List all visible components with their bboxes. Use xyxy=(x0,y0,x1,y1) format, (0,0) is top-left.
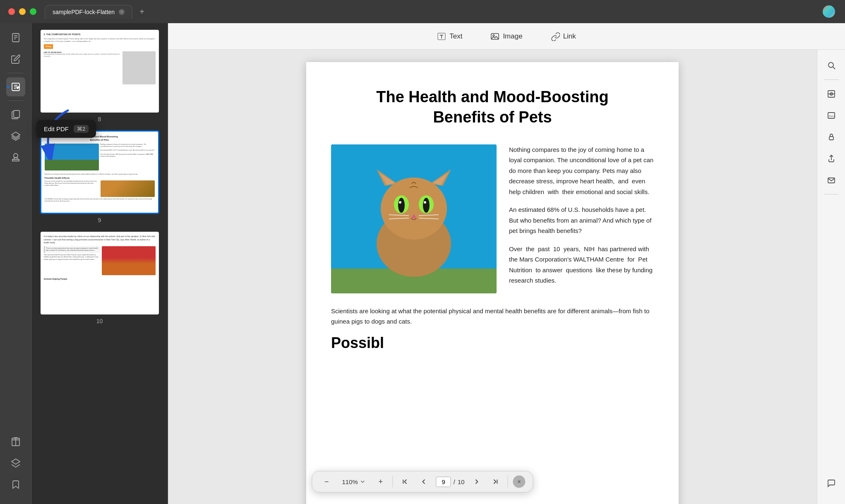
svg-point-33 xyxy=(399,201,401,204)
image-tool-icon xyxy=(490,32,499,41)
svg-rect-11 xyxy=(14,158,17,159)
active-tab[interactable]: samplePDF-lock-Flatten × xyxy=(45,5,132,19)
tab-close-button[interactable]: × xyxy=(119,9,125,15)
minimize-button[interactable] xyxy=(19,8,26,15)
tab-title: samplePDF-lock-Flatten xyxy=(53,9,115,15)
right-sidebar: PDF/A xyxy=(817,50,845,504)
first-page-button[interactable] xyxy=(398,475,412,489)
mail-button[interactable] xyxy=(822,171,840,189)
first-page-icon xyxy=(401,478,409,485)
svg-rect-0 xyxy=(12,34,19,42)
pdf-image-row: Nothing compares to the joy of coming ho… xyxy=(331,144,654,293)
app-icon xyxy=(823,5,835,18)
text-tool-button[interactable]: Text xyxy=(431,29,468,44)
thumbnail-page-10[interactable]: It is today's less accurate studies by J… xyxy=(36,232,163,324)
sidebar-item-editpdf[interactable] xyxy=(6,77,25,96)
sidebar-bottom xyxy=(6,432,25,499)
svg-text:PDF/A: PDF/A xyxy=(829,115,835,118)
thumbnail-frame-9[interactable]: The Health and Mood-BoostingBenefits of … xyxy=(41,131,159,214)
bottom-nav-bar: − 110% + / 10 xyxy=(312,471,533,492)
zoom-level-text: 110% xyxy=(342,478,358,485)
close-icon: × xyxy=(120,10,123,14)
minus-icon: − xyxy=(324,478,329,486)
share-button[interactable] xyxy=(822,149,840,168)
svg-rect-9 xyxy=(14,110,19,118)
page-indicator: / 10 xyxy=(436,477,465,487)
main-layout: 3. THE COMPOSITION OF POINTS The composi… xyxy=(0,23,845,504)
sidebar-item-stack[interactable] xyxy=(6,454,25,473)
page-number-8: 8 xyxy=(98,116,101,122)
sidebar-item-gift[interactable] xyxy=(6,432,25,451)
next-page-button[interactable] xyxy=(470,475,484,489)
bottom-bar-divider-1 xyxy=(393,476,393,487)
scan-button[interactable] xyxy=(822,85,840,103)
thumbnail-panel: 3. THE COMPOSITION OF POINTS The composi… xyxy=(31,23,168,504)
maximize-button[interactable] xyxy=(30,8,36,15)
lock-button[interactable] xyxy=(822,128,840,146)
image-tool-button[interactable]: Image xyxy=(485,29,528,44)
svg-rect-47 xyxy=(829,137,833,140)
svg-line-41 xyxy=(833,67,835,69)
zoom-dropdown-icon xyxy=(360,479,365,484)
page-separator: / xyxy=(454,478,455,485)
total-pages: 10 xyxy=(458,478,465,485)
link-tool-icon xyxy=(551,32,560,41)
thumbnail-frame-8[interactable]: 3. THE COMPOSITION OF POINTS The composi… xyxy=(41,30,159,113)
edit-pdf-tooltip: Edit PDF ⌘2 xyxy=(36,120,96,138)
svg-marker-15 xyxy=(12,459,20,464)
content-area: Text Image Link xyxy=(168,23,845,504)
bottom-bar-divider-2 xyxy=(508,476,508,487)
thumbnail-page-9[interactable]: The Health and Mood-BoostingBenefits of … xyxy=(36,131,163,223)
page-number-10: 10 xyxy=(96,318,103,324)
comment-button[interactable] xyxy=(822,474,840,492)
sidebar-divider-1 xyxy=(7,73,24,73)
thumbnail-frame-10[interactable]: It is today's less accurate studies by J… xyxy=(41,232,159,314)
plus-icon: + xyxy=(378,478,383,486)
prev-page-icon xyxy=(420,478,428,485)
add-icon: + xyxy=(139,7,144,17)
sidebar-item-pages[interactable] xyxy=(6,105,25,124)
close-bottom-bar-button[interactable]: × xyxy=(513,475,526,488)
page-number-9: 9 xyxy=(98,217,101,223)
zoom-level-selector[interactable]: 110% xyxy=(338,477,368,487)
pdf-page: The Health and Mood-BoostingBenefits of … xyxy=(306,62,679,504)
tab-bar: samplePDF-lock-Flatten × + xyxy=(45,5,148,19)
pdf-intro-para1: Nothing compares to the joy of coming ho… xyxy=(509,144,654,197)
sidebar-item-bookmark[interactable] xyxy=(6,475,25,494)
pdf-body-text: Scientists are looking at what the poten… xyxy=(331,306,654,327)
add-tab-button[interactable]: + xyxy=(136,5,148,18)
prev-page-button[interactable] xyxy=(417,475,431,489)
pdf-title: The Health and Mood-BoostingBenefits of … xyxy=(331,87,654,128)
right-sidebar-divider-2 xyxy=(824,194,839,194)
link-tool-label: Link xyxy=(563,32,576,41)
svg-point-34 xyxy=(424,201,426,204)
pdf-text-column: Nothing compares to the joy of coming ho… xyxy=(509,144,654,293)
last-page-button[interactable] xyxy=(489,475,503,489)
comment-button-container xyxy=(822,474,840,497)
search-button[interactable] xyxy=(822,56,840,74)
tooltip-label: Edit PDF xyxy=(44,125,69,132)
thumbnail-page-8[interactable]: 3. THE COMPOSITION OF POINTS The composi… xyxy=(36,30,163,122)
sidebar-item-document[interactable] xyxy=(6,28,25,47)
page-number-input[interactable] xyxy=(436,477,451,487)
sidebar-item-layers[interactable] xyxy=(6,127,25,146)
pdfa-button[interactable]: PDF/A xyxy=(822,106,840,125)
pdf-intro-para2: An estimated 68% of U.S. households have… xyxy=(509,204,654,236)
svg-point-20 xyxy=(493,35,495,36)
last-page-icon xyxy=(492,478,499,485)
zoom-in-button[interactable]: + xyxy=(374,475,388,489)
sidebar-item-edit[interactable] xyxy=(6,50,25,69)
sidebar-divider-2 xyxy=(7,101,24,101)
traffic-lights xyxy=(8,8,36,15)
close-button[interactable] xyxy=(8,8,15,15)
sidebar-item-stamp[interactable] xyxy=(6,148,25,167)
text-tool-icon xyxy=(437,32,446,41)
svg-point-40 xyxy=(828,62,833,67)
link-tool-button[interactable]: Link xyxy=(545,29,582,44)
zoom-out-button[interactable]: − xyxy=(319,475,334,489)
close-bottom-icon: × xyxy=(518,478,521,485)
toolbar: Text Image Link xyxy=(168,23,845,50)
image-tool-label: Image xyxy=(503,32,522,41)
right-sidebar-divider-1 xyxy=(824,79,839,80)
left-sidebar xyxy=(0,23,31,504)
